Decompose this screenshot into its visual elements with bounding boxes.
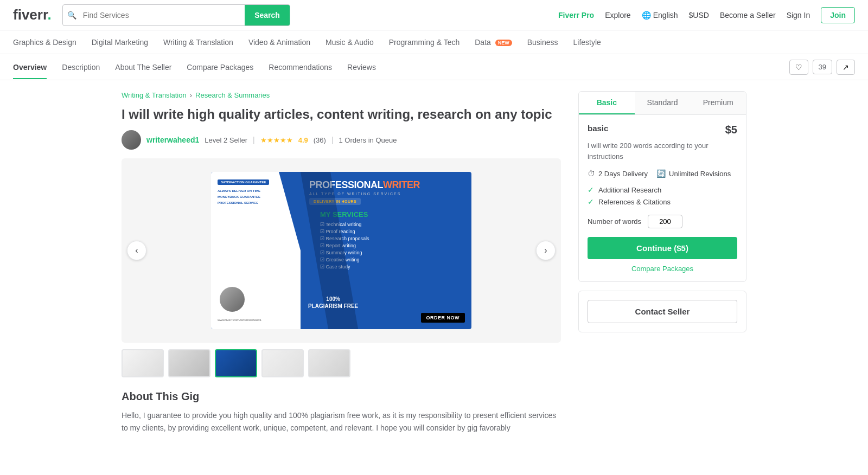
new-badge: NEW bbox=[495, 40, 512, 46]
package-body: basic $5 i will write 200 words accordin… bbox=[579, 115, 746, 281]
join-button[interactable]: Join bbox=[821, 7, 855, 23]
fiverr-pro-link[interactable]: Fiverr Pro bbox=[558, 11, 594, 20]
breadcrumb-chevron: › bbox=[190, 91, 192, 99]
avatar bbox=[122, 130, 141, 150]
pkg-checklist: ✓ Additional Research ✓ References & Cit… bbox=[588, 185, 737, 206]
check-icon-2: ✓ bbox=[588, 197, 594, 206]
left-column: Writing & Translation › Research & Summa… bbox=[122, 91, 561, 434]
search-icon: 🔍 bbox=[63, 11, 81, 20]
seller-level: Level 2 Seller bbox=[205, 136, 247, 144]
gallery-main: SATISFACTION GUARANTEE ALWAYS DELIVER ON… bbox=[122, 158, 561, 343]
separator2: | bbox=[331, 136, 334, 144]
favorite-button[interactable]: ♡ bbox=[789, 60, 808, 75]
sub-nav: Overview Description About The Seller Co… bbox=[0, 54, 868, 80]
currency-link[interactable]: $USD bbox=[689, 11, 709, 20]
gig-visual-left: SATISFACTION GUARANTEE ALWAYS DELIVER ON… bbox=[211, 172, 301, 329]
cat-lifestyle[interactable]: Lifestyle bbox=[573, 38, 601, 47]
tab-compare-packages[interactable]: Compare Packages bbox=[187, 55, 253, 79]
globe-icon: 🌐 bbox=[642, 11, 651, 20]
search-input[interactable] bbox=[81, 7, 245, 24]
thumb-3[interactable] bbox=[215, 349, 257, 377]
tab-overview[interactable]: Overview bbox=[13, 55, 47, 79]
review-count: (36) bbox=[314, 136, 326, 144]
header: fiverr. 🔍 Search Fiverr Pro Explore 🌐Eng… bbox=[0, 0, 868, 30]
gig-visual-right: PROFESSIONAL WRITER ALL TYPE OF WRITING … bbox=[301, 172, 471, 329]
stars: ★★★★★ bbox=[260, 136, 293, 144]
gig-visual: SATISFACTION GUARANTEE ALWAYS DELIVER ON… bbox=[211, 172, 471, 329]
thumb-2[interactable] bbox=[168, 349, 210, 377]
tab-description[interactable]: Description bbox=[62, 55, 100, 79]
header-nav: Fiverr Pro Explore 🌐English $USD Become … bbox=[558, 7, 855, 23]
gallery-arrow-right[interactable]: › bbox=[536, 241, 556, 260]
rating-number: 4.9 bbox=[298, 136, 308, 144]
breadcrumb: Writing & Translation › Research & Summa… bbox=[122, 91, 561, 99]
gallery-arrow-left[interactable]: ‹ bbox=[127, 241, 146, 260]
tab-premium[interactable]: Premium bbox=[690, 92, 746, 114]
thumb-4[interactable] bbox=[261, 349, 304, 377]
cat-graphics[interactable]: Graphics & Design bbox=[13, 38, 76, 47]
clock-icon: ⏱ bbox=[588, 169, 595, 178]
pkg-name: basic bbox=[588, 124, 608, 133]
queue-count: 1 Orders in Queue bbox=[339, 136, 397, 144]
favorites-count: 39 bbox=[813, 60, 832, 74]
tab-about-seller[interactable]: About The Seller bbox=[115, 55, 171, 79]
thumb-5[interactable] bbox=[308, 349, 350, 377]
cat-music[interactable]: Music & Audio bbox=[326, 38, 374, 47]
thumb-1[interactable] bbox=[122, 349, 164, 377]
check-icon-1: ✓ bbox=[588, 185, 594, 194]
pkg-price: $5 bbox=[725, 124, 737, 136]
right-column: Basic Standard Premium basic $5 i will w… bbox=[578, 91, 746, 434]
cat-writing[interactable]: Writing & Translation bbox=[163, 38, 233, 47]
pkg-features: ⏱ 2 Days Delivery 🔄 Unlimited Revisions bbox=[588, 169, 737, 178]
about-text: Hello, I guarantee to provide you high q… bbox=[122, 409, 561, 434]
search-bar: 🔍 Search bbox=[62, 4, 290, 26]
gig-tag: SATISFACTION GUARANTEE bbox=[218, 179, 269, 185]
sign-in-link[interactable]: Sign In bbox=[787, 11, 810, 20]
about-section: About This Gig Hello, I guarantee to pro… bbox=[122, 390, 561, 434]
main-content: Writing & Translation › Research & Summa… bbox=[108, 80, 760, 445]
share-button[interactable]: ↗ bbox=[837, 60, 855, 75]
refresh-icon: 🔄 bbox=[656, 169, 666, 178]
language-link[interactable]: 🌐English bbox=[642, 11, 678, 20]
become-seller-link[interactable]: Become a Seller bbox=[720, 11, 776, 20]
sub-nav-actions: ♡ 39 ↗ bbox=[789, 60, 855, 75]
pkg-revisions: 🔄 Unlimited Revisions bbox=[656, 169, 731, 178]
breadcrumb-child[interactable]: Research & Summaries bbox=[195, 91, 270, 99]
cat-data[interactable]: Data NEW bbox=[475, 38, 512, 47]
cat-video[interactable]: Video & Animation bbox=[248, 38, 310, 47]
pkg-check-2: ✓ References & Citations bbox=[588, 197, 737, 206]
tab-standard[interactable]: Standard bbox=[635, 92, 691, 114]
about-title: About This Gig bbox=[122, 390, 561, 403]
cat-programming[interactable]: Programming & Tech bbox=[389, 38, 459, 47]
words-input[interactable] bbox=[648, 215, 682, 228]
contact-card: Contact Seller bbox=[578, 291, 746, 332]
tab-basic[interactable]: Basic bbox=[579, 92, 635, 114]
tab-recommendations[interactable]: Recommendations bbox=[269, 55, 332, 79]
cat-digital[interactable]: Digital Marketing bbox=[92, 38, 148, 47]
breadcrumb-parent[interactable]: Writing & Translation bbox=[122, 91, 187, 99]
pkg-check-1: ✓ Additional Research bbox=[588, 185, 737, 194]
pkg-delivery: ⏱ 2 Days Delivery bbox=[588, 169, 648, 178]
logo[interactable]: fiverr. bbox=[13, 7, 52, 23]
package-card: Basic Standard Premium basic $5 i will w… bbox=[578, 91, 746, 282]
contact-seller-button[interactable]: Contact Seller bbox=[588, 300, 737, 323]
package-tabs: Basic Standard Premium bbox=[579, 92, 746, 115]
explore-link[interactable]: Explore bbox=[605, 11, 630, 20]
tab-reviews[interactable]: Reviews bbox=[347, 55, 376, 79]
seller-name[interactable]: writerwaheed1 bbox=[146, 136, 199, 144]
gig-title: I will write high quality articles, cont… bbox=[122, 106, 561, 123]
continue-button[interactable]: Continue ($5) bbox=[588, 237, 737, 259]
seller-info: writerwaheed1 Level 2 Seller | ★★★★★ 4.9… bbox=[122, 130, 561, 150]
cat-business[interactable]: Business bbox=[527, 38, 558, 47]
category-nav: Graphics & Design Digital Marketing Writ… bbox=[0, 30, 868, 54]
gallery: SATISFACTION GUARANTEE ALWAYS DELIVER ON… bbox=[122, 158, 561, 343]
pkg-words-row: Number of words bbox=[588, 215, 737, 228]
thumbnails bbox=[122, 349, 561, 377]
pkg-description: i will write 200 words according to your… bbox=[588, 140, 737, 162]
search-button[interactable]: Search bbox=[245, 5, 290, 25]
compare-packages-link[interactable]: Compare Packages bbox=[588, 265, 737, 273]
separator: | bbox=[253, 136, 255, 144]
